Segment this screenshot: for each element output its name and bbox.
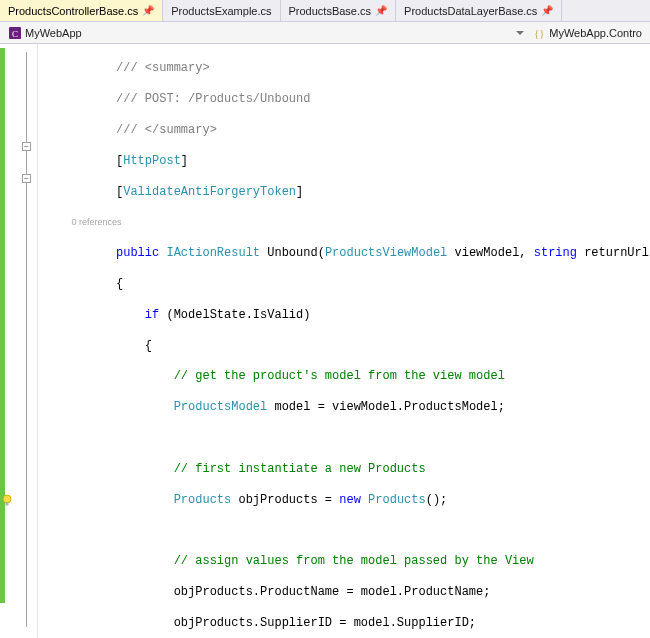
pin-icon: 📌 xyxy=(142,5,154,16)
tab-label: ProductsExample.cs xyxy=(171,5,271,17)
codelens-references[interactable]: 0 references xyxy=(72,217,122,227)
tab-label: ProductsDataLayerBase.cs xyxy=(404,5,537,17)
type: ProductsModel xyxy=(174,400,268,414)
chevron-down-icon[interactable] xyxy=(516,31,524,35)
nav-namespace-dropdown[interactable]: {} MyWebApp.Contro xyxy=(528,26,646,40)
attribute: HttpPost xyxy=(123,154,181,168)
csharp-icon: C xyxy=(8,26,22,40)
attribute: ValidateAntiForgeryToken xyxy=(123,185,296,199)
pin-icon: 📌 xyxy=(541,5,553,16)
condition: (ModelState.IsValid) xyxy=(166,308,310,322)
code-text: objProducts.SupplierID = model.SupplierI… xyxy=(174,616,476,630)
code-text: model = viewModel.ProductsModel; xyxy=(274,400,504,414)
type: Products xyxy=(174,493,232,507)
param: viewModel xyxy=(455,246,520,260)
xml-comment: /// </summary> xyxy=(116,123,217,137)
type: IActionResult xyxy=(166,246,260,260)
comment: // get the product's model from the view… xyxy=(174,369,505,383)
comment: // assign values from the model passed b… xyxy=(174,554,534,568)
tab-productsdatalayerbase[interactable]: ProductsDataLayerBase.cs 📌 xyxy=(396,0,562,21)
fold-toggle[interactable]: − xyxy=(22,174,31,183)
type: ProductsViewModel xyxy=(325,246,447,260)
tab-productscontrollerbase[interactable]: ProductsControllerBase.cs 📌 xyxy=(0,0,163,21)
lightbulb-icon[interactable] xyxy=(1,494,13,508)
type: Products xyxy=(368,493,426,507)
keyword: new xyxy=(339,493,361,507)
namespace-icon: {} xyxy=(532,26,546,40)
xml-comment: /// POST: /Products/Unbound xyxy=(116,92,310,106)
nav-project-dropdown[interactable]: C MyWebApp xyxy=(4,26,86,40)
tab-label: ProductsControllerBase.cs xyxy=(8,5,138,17)
keyword: string xyxy=(534,246,577,260)
code-text: objProducts = xyxy=(238,493,339,507)
svg-text:{}: {} xyxy=(534,27,545,39)
change-marker xyxy=(0,48,5,603)
code-editor[interactable]: − − /// <summary> /// POST: /Products/Un… xyxy=(0,44,650,638)
code-text: objProducts.ProductName = model.ProductN… xyxy=(174,585,491,599)
nav-project-label: MyWebApp xyxy=(25,27,82,39)
svg-point-3 xyxy=(3,495,11,503)
tab-productsexample[interactable]: ProductsExample.cs xyxy=(163,0,280,21)
xml-comment: /// <summary> xyxy=(116,61,210,75)
nav-namespace-label: MyWebApp.Contro xyxy=(549,27,642,39)
breadcrumb: C MyWebApp {} MyWebApp.Contro xyxy=(0,22,650,44)
gutter: − − xyxy=(0,44,38,638)
tab-bar: ProductsControllerBase.cs 📌 ProductsExam… xyxy=(0,0,650,22)
method-name: Unbound xyxy=(267,246,317,260)
tab-label: ProductsBase.cs xyxy=(289,5,372,17)
fold-toggle[interactable]: − xyxy=(22,142,31,151)
code-content[interactable]: /// <summary> /// POST: /Products/Unboun… xyxy=(38,44,650,638)
param: returnUrl xyxy=(584,246,649,260)
keyword: public xyxy=(116,246,159,260)
code-text: (); xyxy=(426,493,448,507)
svg-rect-4 xyxy=(6,503,9,506)
pin-icon: 📌 xyxy=(375,5,387,16)
tab-productsbase[interactable]: ProductsBase.cs 📌 xyxy=(281,0,397,21)
comment: // first instantiate a new Products xyxy=(174,462,426,476)
svg-text:C: C xyxy=(12,29,18,39)
keyword: if xyxy=(145,308,159,322)
